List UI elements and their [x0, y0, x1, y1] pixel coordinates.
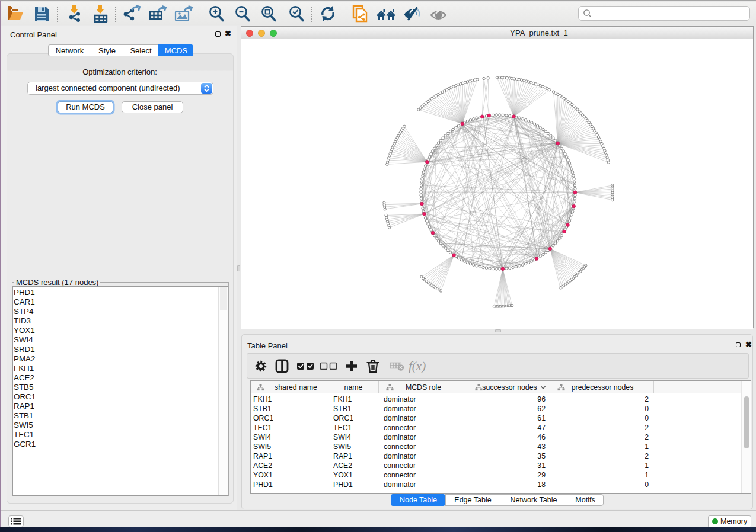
svg-text:f(x): f(x)	[409, 359, 426, 373]
